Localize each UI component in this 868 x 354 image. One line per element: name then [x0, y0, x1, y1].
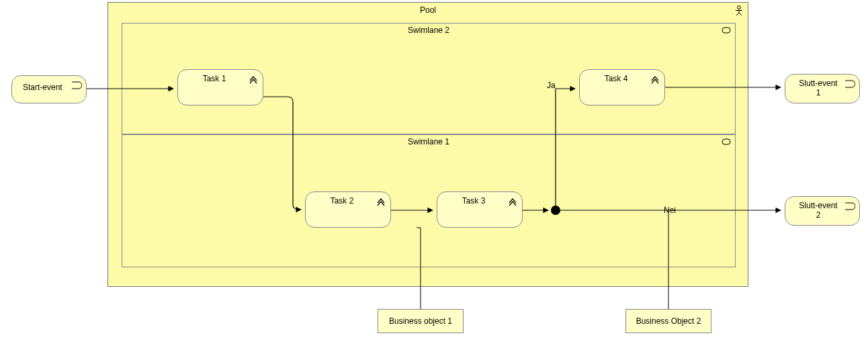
- slutt-event-2[interactable]: Slutt-event 2: [785, 196, 860, 226]
- task-4[interactable]: Task 4: [579, 69, 665, 105]
- slutt-event-1[interactable]: Slutt-event 1: [785, 74, 860, 103]
- business-object-2[interactable]: Business Object 2: [625, 309, 711, 333]
- swimlane-1[interactable]: Swimlane 1: [122, 134, 736, 267]
- slutt-event-2-label: Slutt-event 2: [792, 201, 840, 220]
- task-2[interactable]: Task 2: [305, 191, 391, 228]
- start-event[interactable]: Start-event: [11, 75, 87, 103]
- swimlane-1-title: Swimlane 1: [122, 135, 735, 148]
- business-object-2-label: Business Object 2: [636, 316, 701, 326]
- actor-icon: [734, 5, 744, 18]
- diagram-canvas: Pool Swimlane 2 Swimlane 1: [0, 0, 868, 354]
- svg-rect-6: [722, 139, 730, 144]
- gateway-junction[interactable]: [551, 206, 560, 215]
- role-icon: [722, 138, 731, 148]
- event-icon: [844, 79, 855, 89]
- task-3[interactable]: Task 3: [437, 191, 523, 228]
- chevron-icon: [507, 196, 518, 207]
- business-object-1-label: Business object 1: [389, 316, 452, 326]
- svg-line-3: [736, 13, 739, 15]
- swimlane-2-title: Swimlane 2: [122, 24, 735, 37]
- svg-line-4: [739, 13, 742, 15]
- slutt-event-1-label: Slutt-event 1: [792, 79, 840, 97]
- business-object-1[interactable]: Business object 1: [378, 309, 464, 333]
- pool-title: Pool: [108, 3, 748, 17]
- task-2-label: Task 2: [312, 196, 372, 206]
- svg-point-0: [738, 6, 741, 9]
- pool[interactable]: Pool Swimlane 2 Swimlane 1: [107, 2, 748, 287]
- flow-label-ja: Ja: [547, 81, 556, 90]
- event-icon: [71, 80, 82, 91]
- chevron-icon: [376, 196, 386, 207]
- event-icon: [844, 201, 855, 212]
- role-icon: [722, 26, 731, 36]
- task-4-label: Task 4: [587, 74, 646, 83]
- task-3-label: Task 3: [444, 196, 503, 206]
- chevron-icon: [248, 74, 259, 85]
- svg-rect-5: [722, 28, 730, 33]
- task-1[interactable]: Task 1: [177, 69, 263, 105]
- flow-label-nei: Nei: [664, 206, 676, 215]
- chevron-icon: [650, 74, 660, 85]
- start-event-label: Start-event: [19, 83, 67, 92]
- task-1-label: Task 1: [185, 74, 244, 83]
